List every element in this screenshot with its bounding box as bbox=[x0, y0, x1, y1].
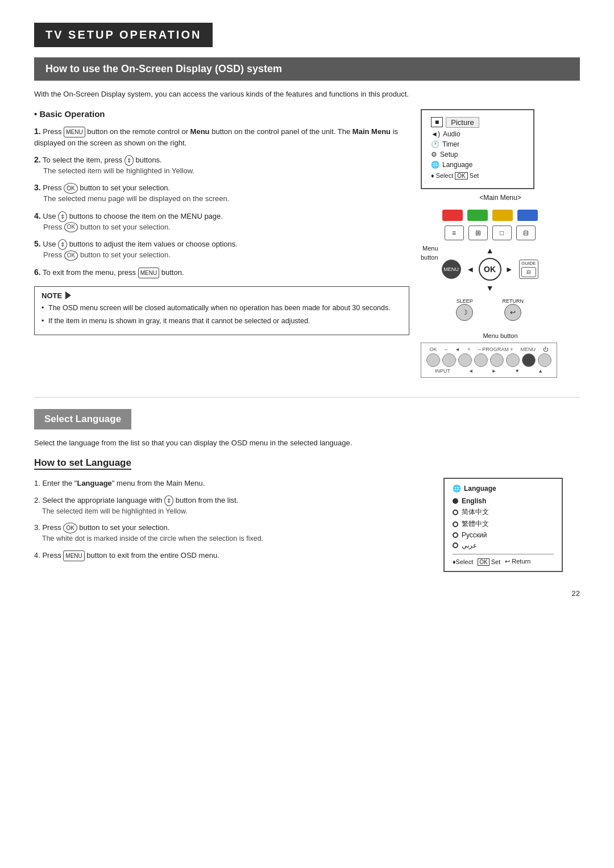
osd-intro-text: With the On-Screen Display system, you c… bbox=[34, 89, 580, 100]
dpad-up: ▲ bbox=[486, 246, 494, 255]
picture-highlight: ■ bbox=[431, 117, 443, 127]
func-btn-1: ≡ bbox=[445, 226, 464, 240]
note-item-1: The OSD menu screen will be closed autom… bbox=[42, 303, 402, 314]
panel-btn-left bbox=[458, 353, 472, 367]
select-language-intro: Select the language from the list so tha… bbox=[34, 437, 580, 449]
osd-section: How to use the On-Screen Display (OSD) s… bbox=[34, 57, 580, 380]
step-5: 5. Use ⇕ buttons to adjust the item valu… bbox=[34, 238, 409, 261]
timer-label: Timer bbox=[442, 140, 459, 148]
sleep-label: SLEEP bbox=[457, 298, 473, 304]
note-arrow-icon bbox=[65, 291, 71, 299]
guide-btn: GUIDE ⊟ bbox=[519, 260, 538, 279]
sleep-btn: ☽ bbox=[456, 304, 473, 321]
panel-top-labels: OK – ◄ + – PROGRAM + MENU ⏻ bbox=[426, 347, 552, 352]
lang-footer-return: ↩ Return bbox=[505, 558, 530, 565]
menu-button-caption: Menu button bbox=[421, 332, 580, 339]
lang-menu-title: 🌐 Language bbox=[453, 485, 554, 493]
color-buttons bbox=[442, 210, 538, 221]
dpad: ▲ ◄ OK ► ▼ bbox=[464, 244, 516, 295]
note-item-2: If the item in menu is shown in gray, it… bbox=[42, 316, 402, 327]
updown-icon-step2: ⇕ bbox=[125, 155, 134, 166]
page-number: 22 bbox=[34, 589, 580, 598]
radio-arabic bbox=[453, 542, 458, 548]
audio-label: Audio bbox=[443, 130, 460, 138]
return-label: RETURN bbox=[502, 298, 524, 304]
panel-btn-power bbox=[538, 353, 551, 367]
tv-setup-header: TV SETUP OPERATION bbox=[34, 23, 580, 57]
step-1: 1. Press MENU button on the remote contr… bbox=[34, 126, 409, 149]
lang-menu-footer: ♦Select OK Set ↩ Return bbox=[453, 554, 554, 565]
dpad-left: ◄ bbox=[467, 265, 475, 274]
nav-cluster: MENU ▲ ◄ OK ► ▼ bbox=[442, 244, 538, 295]
blue-btn bbox=[517, 210, 538, 221]
basic-operation-col: Basic Operation 1. Press MENU button on … bbox=[34, 109, 409, 380]
lang-step-3: 3. Press OK button to set your selection… bbox=[34, 522, 432, 544]
step-6: 6. To exit from the menu, press MENU but… bbox=[34, 266, 409, 278]
panel-btn-plus bbox=[474, 353, 488, 367]
lang-steps-col: 1. Enter the "Language" menu from the Ma… bbox=[34, 478, 432, 572]
main-menu-box: ■ Picture ◄) Audio 🕐 Timer ⚙ Setup 🌐 bbox=[421, 109, 534, 189]
control-panel: OK – ◄ + – PROGRAM + MENU ⏻ bbox=[421, 343, 557, 378]
func-btn-2: ⊞ bbox=[468, 226, 488, 240]
lang-footer-select: ♦Select bbox=[453, 558, 473, 565]
radio-english bbox=[453, 498, 458, 504]
panel-btn-progminus bbox=[490, 353, 504, 367]
step-2: 2. To select the item, press ⇕ buttons. … bbox=[34, 154, 409, 176]
language-label: Language bbox=[442, 161, 472, 169]
lang-step-2: 2. Select the appropriate language with … bbox=[34, 495, 432, 517]
picture-label: Picture bbox=[446, 117, 479, 128]
updown-icon-lang2: ⇕ bbox=[164, 495, 173, 506]
menu-icon-step1: MENU bbox=[64, 127, 85, 137]
how-set-lang-heading: How to set Language bbox=[34, 457, 131, 470]
green-btn bbox=[467, 210, 488, 221]
osd-section-title: How to use the On-Screen Display (OSD) s… bbox=[34, 57, 580, 81]
function-buttons: ≡ ⊞ □ ⊟ bbox=[442, 226, 538, 240]
menu-button-label: Menubutton bbox=[421, 244, 438, 262]
menu-item-audio: ◄) Audio bbox=[431, 130, 524, 138]
select-language-section: Select Language Select the language from… bbox=[34, 403, 580, 573]
lang-item-english: English bbox=[453, 497, 554, 505]
yellow-btn bbox=[492, 210, 513, 221]
lang-item-arabic: عربي bbox=[453, 541, 554, 549]
step-3: 3. Press OK button to set your selection… bbox=[34, 182, 409, 204]
menu-item-language: 🌐 Language bbox=[431, 161, 524, 169]
dpad-down: ▼ bbox=[486, 283, 494, 293]
menu-icon-step6: MENU bbox=[138, 268, 159, 278]
remote-svg: ≡ ⊞ □ ⊟ MENU ▲ bbox=[442, 210, 538, 324]
menu-icon-lang4: MENU bbox=[63, 550, 84, 561]
guide-inner: ⊟ bbox=[521, 267, 536, 277]
panel-buttons-row bbox=[426, 353, 552, 367]
divider bbox=[34, 397, 580, 398]
lang-menu-col: 🌐 Language English 简体中文 繁體中文 bbox=[443, 478, 580, 572]
menu-footer: ♦ Select OK Set bbox=[431, 172, 524, 179]
ok-center-btn: OK bbox=[479, 258, 501, 281]
basic-op-heading: Basic Operation bbox=[34, 109, 409, 119]
menu-circle-btn: MENU bbox=[442, 260, 461, 279]
panel-btn-minus bbox=[442, 353, 456, 367]
ok-set-icon: OK bbox=[478, 558, 489, 566]
right-col: ■ Picture ◄) Audio 🕐 Timer ⚙ Setup 🌐 bbox=[421, 109, 580, 380]
radio-traditional bbox=[453, 521, 458, 527]
lang-item-traditional: 繁體中文 bbox=[453, 519, 554, 529]
language-menu-box: 🌐 Language English 简体中文 繁體中文 bbox=[443, 478, 563, 572]
panel-bottom-labels: INPUT ◄ ► ▼ ▲ bbox=[426, 368, 552, 374]
lang-item-russian: Русский bbox=[453, 531, 554, 539]
setup-label: Setup bbox=[440, 151, 458, 158]
select-set-text: ♦ Select OK Set bbox=[431, 172, 479, 179]
func-btn-4: ⊟ bbox=[516, 226, 536, 240]
lang-step-4: 4. Press MENU button to exit from the en… bbox=[34, 550, 432, 561]
radio-russian bbox=[453, 532, 458, 538]
note-label: NOTE bbox=[42, 291, 402, 300]
menu-item-timer: 🕐 Timer bbox=[431, 140, 524, 148]
panel-btn-progplus bbox=[506, 353, 520, 367]
sleep-return-row: SLEEP ☽ RETURN ↩ bbox=[442, 298, 538, 321]
panel-btn-menu bbox=[522, 353, 536, 367]
step-4: 4. Use ⇕ buttons to choose the item on t… bbox=[34, 210, 409, 233]
return-group: RETURN ↩ bbox=[502, 298, 524, 321]
dpad-right: ► bbox=[505, 265, 513, 274]
menu-item-setup: ⚙ Setup bbox=[431, 151, 524, 158]
lang-step-1: 1. Enter the "Language" menu from the Ma… bbox=[34, 478, 432, 489]
menu-item-picture: ■ Picture bbox=[431, 117, 524, 128]
note-box: NOTE The OSD menu screen will be closed … bbox=[34, 286, 409, 335]
sleep-group: SLEEP ☽ bbox=[456, 298, 473, 321]
